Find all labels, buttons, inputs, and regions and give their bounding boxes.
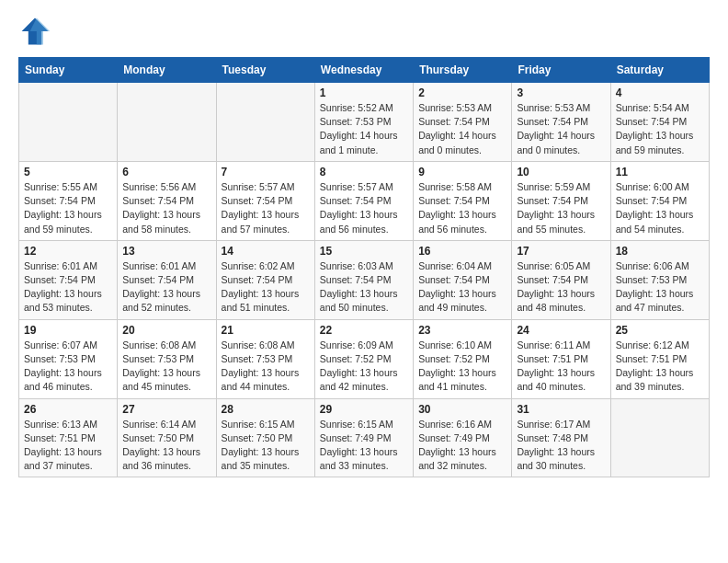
- calendar-cell: [610, 398, 709, 477]
- day-detail: Sunrise: 6:07 AM Sunset: 7:53 PM Dayligh…: [24, 339, 112, 395]
- day-number: 5: [24, 166, 112, 178]
- day-detail: Sunrise: 5:57 AM Sunset: 7:54 PM Dayligh…: [222, 180, 310, 236]
- logo-icon: [18, 15, 51, 48]
- calendar-cell: [118, 83, 216, 162]
- day-detail: Sunrise: 5:55 AM Sunset: 7:54 PM Dayligh…: [24, 180, 112, 236]
- day-detail: Sunrise: 5:57 AM Sunset: 7:54 PM Dayligh…: [320, 180, 408, 236]
- day-number: 15: [320, 245, 408, 258]
- day-detail: Sunrise: 6:11 AM Sunset: 7:51 PM Dayligh…: [517, 339, 605, 395]
- day-number: 12: [24, 245, 112, 258]
- day-number: 25: [616, 324, 704, 337]
- calendar-cell: 4Sunrise: 5:54 AM Sunset: 7:54 PM Daylig…: [610, 83, 709, 162]
- day-detail: Sunrise: 6:15 AM Sunset: 7:50 PM Dayligh…: [222, 418, 310, 474]
- calendar-cell: 13Sunrise: 6:01 AM Sunset: 7:54 PM Dayli…: [118, 240, 216, 319]
- day-detail: Sunrise: 6:17 AM Sunset: 7:48 PM Dayligh…: [517, 418, 605, 474]
- weekday-header-saturday: Saturday: [610, 58, 709, 83]
- day-number: 8: [320, 166, 408, 178]
- week-row-4: 19Sunrise: 6:07 AM Sunset: 7:53 PM Dayli…: [19, 319, 710, 398]
- calendar-table: SundayMondayTuesdayWednesdayThursdayFrid…: [18, 57, 710, 477]
- day-detail: Sunrise: 6:01 AM Sunset: 7:54 PM Dayligh…: [24, 259, 112, 316]
- calendar-cell: 1Sunrise: 5:52 AM Sunset: 7:53 PM Daylig…: [314, 83, 413, 162]
- day-number: 2: [418, 86, 506, 99]
- day-detail: Sunrise: 6:12 AM Sunset: 7:51 PM Dayligh…: [616, 339, 704, 395]
- day-detail: Sunrise: 6:09 AM Sunset: 7:52 PM Dayligh…: [320, 339, 408, 395]
- day-detail: Sunrise: 6:05 AM Sunset: 7:54 PM Dayligh…: [517, 259, 605, 316]
- day-detail: Sunrise: 6:04 AM Sunset: 7:54 PM Dayligh…: [418, 259, 506, 316]
- day-number: 3: [517, 86, 605, 99]
- day-detail: Sunrise: 5:52 AM Sunset: 7:53 PM Dayligh…: [320, 101, 408, 157]
- weekday-header-row: SundayMondayTuesdayWednesdayThursdayFrid…: [19, 58, 710, 83]
- calendar-cell: 21Sunrise: 6:08 AM Sunset: 7:53 PM Dayli…: [216, 319, 314, 398]
- weekday-header-tuesday: Tuesday: [216, 58, 314, 83]
- day-number: 24: [517, 324, 605, 337]
- day-detail: Sunrise: 5:58 AM Sunset: 7:54 PM Dayligh…: [418, 180, 506, 236]
- day-number: 30: [418, 403, 506, 416]
- header: [18, 15, 710, 48]
- calendar-cell: 10Sunrise: 5:59 AM Sunset: 7:54 PM Dayli…: [512, 161, 610, 240]
- day-detail: Sunrise: 6:15 AM Sunset: 7:49 PM Dayligh…: [320, 418, 408, 474]
- calendar-cell: 27Sunrise: 6:14 AM Sunset: 7:50 PM Dayli…: [118, 398, 216, 477]
- day-number: 28: [222, 403, 310, 416]
- day-number: 26: [24, 403, 112, 416]
- calendar-cell: 31Sunrise: 6:17 AM Sunset: 7:48 PM Dayli…: [512, 398, 610, 477]
- day-number: 18: [616, 245, 704, 258]
- day-detail: Sunrise: 6:14 AM Sunset: 7:50 PM Dayligh…: [122, 418, 210, 474]
- weekday-header-wednesday: Wednesday: [314, 58, 413, 83]
- calendar-cell: 8Sunrise: 5:57 AM Sunset: 7:54 PM Daylig…: [314, 161, 413, 240]
- day-number: 13: [122, 245, 210, 258]
- day-number: 11: [616, 166, 704, 178]
- day-detail: Sunrise: 6:08 AM Sunset: 7:53 PM Dayligh…: [222, 339, 310, 395]
- day-number: 19: [24, 324, 112, 337]
- day-detail: Sunrise: 5:59 AM Sunset: 7:54 PM Dayligh…: [517, 180, 605, 236]
- calendar-cell: 9Sunrise: 5:58 AM Sunset: 7:54 PM Daylig…: [414, 161, 512, 240]
- day-number: 7: [222, 166, 310, 178]
- week-row-2: 5Sunrise: 5:55 AM Sunset: 7:54 PM Daylig…: [19, 161, 710, 240]
- calendar-cell: 19Sunrise: 6:07 AM Sunset: 7:53 PM Dayli…: [19, 319, 118, 398]
- calendar-cell: [19, 83, 118, 162]
- calendar-cell: 6Sunrise: 5:56 AM Sunset: 7:54 PM Daylig…: [118, 161, 216, 240]
- week-row-5: 26Sunrise: 6:13 AM Sunset: 7:51 PM Dayli…: [19, 398, 710, 477]
- day-detail: Sunrise: 5:54 AM Sunset: 7:54 PM Dayligh…: [616, 101, 704, 157]
- calendar-cell: 29Sunrise: 6:15 AM Sunset: 7:49 PM Dayli…: [314, 398, 413, 477]
- calendar-cell: 16Sunrise: 6:04 AM Sunset: 7:54 PM Dayli…: [414, 240, 512, 319]
- day-number: 21: [222, 324, 310, 337]
- day-detail: Sunrise: 6:02 AM Sunset: 7:54 PM Dayligh…: [222, 259, 310, 316]
- calendar-cell: 15Sunrise: 6:03 AM Sunset: 7:54 PM Dayli…: [314, 240, 413, 319]
- day-number: 27: [122, 403, 210, 416]
- calendar-cell: 11Sunrise: 6:00 AM Sunset: 7:54 PM Dayli…: [610, 161, 709, 240]
- calendar-cell: 22Sunrise: 6:09 AM Sunset: 7:52 PM Dayli…: [314, 319, 413, 398]
- weekday-header-friday: Friday: [512, 58, 610, 83]
- day-number: 9: [418, 166, 506, 178]
- calendar-cell: 20Sunrise: 6:08 AM Sunset: 7:53 PM Dayli…: [118, 319, 216, 398]
- day-number: 29: [320, 403, 408, 416]
- week-row-1: 1Sunrise: 5:52 AM Sunset: 7:53 PM Daylig…: [19, 83, 710, 162]
- day-number: 22: [320, 324, 408, 337]
- calendar-cell: 2Sunrise: 5:53 AM Sunset: 7:54 PM Daylig…: [414, 83, 512, 162]
- day-detail: Sunrise: 6:10 AM Sunset: 7:52 PM Dayligh…: [418, 339, 506, 395]
- calendar-cell: 7Sunrise: 5:57 AM Sunset: 7:54 PM Daylig…: [216, 161, 314, 240]
- day-number: 1: [320, 86, 408, 99]
- logo: [18, 15, 55, 48]
- calendar-cell: 30Sunrise: 6:16 AM Sunset: 7:49 PM Dayli…: [414, 398, 512, 477]
- day-detail: Sunrise: 6:16 AM Sunset: 7:49 PM Dayligh…: [418, 418, 506, 474]
- calendar-cell: [216, 83, 314, 162]
- calendar-cell: 3Sunrise: 5:53 AM Sunset: 7:54 PM Daylig…: [512, 83, 610, 162]
- day-detail: Sunrise: 6:00 AM Sunset: 7:54 PM Dayligh…: [616, 180, 704, 236]
- day-number: 17: [517, 245, 605, 258]
- day-detail: Sunrise: 6:03 AM Sunset: 7:54 PM Dayligh…: [320, 259, 408, 316]
- day-detail: Sunrise: 5:53 AM Sunset: 7:54 PM Dayligh…: [517, 101, 605, 157]
- day-number: 31: [517, 403, 605, 416]
- calendar-cell: 28Sunrise: 6:15 AM Sunset: 7:50 PM Dayli…: [216, 398, 314, 477]
- day-detail: Sunrise: 5:56 AM Sunset: 7:54 PM Dayligh…: [122, 180, 210, 236]
- day-detail: Sunrise: 6:01 AM Sunset: 7:54 PM Dayligh…: [122, 259, 210, 316]
- day-detail: Sunrise: 6:13 AM Sunset: 7:51 PM Dayligh…: [24, 418, 112, 474]
- weekday-header-sunday: Sunday: [19, 58, 118, 83]
- day-number: 23: [418, 324, 506, 337]
- calendar-cell: 5Sunrise: 5:55 AM Sunset: 7:54 PM Daylig…: [19, 161, 118, 240]
- calendar-cell: 14Sunrise: 6:02 AM Sunset: 7:54 PM Dayli…: [216, 240, 314, 319]
- day-number: 10: [517, 166, 605, 178]
- calendar-cell: 26Sunrise: 6:13 AM Sunset: 7:51 PM Dayli…: [19, 398, 118, 477]
- day-detail: Sunrise: 5:53 AM Sunset: 7:54 PM Dayligh…: [418, 101, 506, 157]
- day-number: 14: [222, 245, 310, 258]
- day-number: 4: [616, 86, 704, 99]
